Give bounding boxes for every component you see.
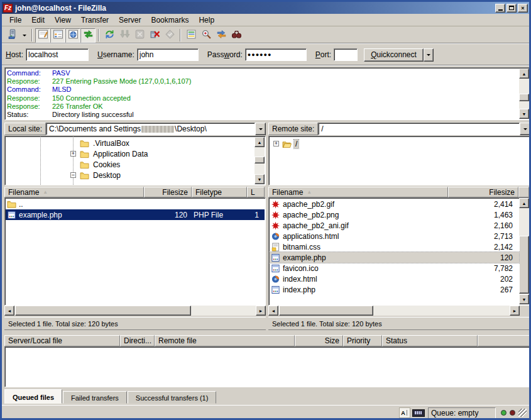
quickconnect-button[interactable]: Quickconnect: [364, 48, 424, 62]
scroll-up-icon[interactable]: ▲: [519, 69, 529, 79]
column-header-filesize[interactable]: Filesize: [448, 187, 518, 197]
tab-failed-transfers[interactable]: Failed transfers: [63, 391, 127, 404]
minimize-button[interactable]: [495, 4, 505, 13]
collapse-icon[interactable]: −: [70, 172, 76, 178]
message-log-scrollbar[interactable]: ▲ ▼: [519, 69, 529, 119]
file-row[interactable]: bitnami.css2,142: [270, 241, 519, 252]
directory-filters-button[interactable]: [183, 28, 199, 43]
menu-item-view[interactable]: View: [50, 14, 76, 26]
resize-grip[interactable]: [518, 409, 527, 417]
menu-item-help[interactable]: Help: [194, 14, 219, 26]
column-header-filesize[interactable]: Filesize: [144, 187, 192, 197]
tree-item[interactable]: Desktop: [80, 170, 122, 180]
column-header-filetype[interactable]: Filetype: [192, 187, 247, 197]
queue-column-serverlocalfile[interactable]: Server/Local file: [4, 335, 120, 346]
queue-column-remotefile[interactable]: Remote file: [155, 335, 295, 346]
remote-list-scrollbar[interactable]: ▲ ▼: [519, 198, 529, 304]
cancel-operation-button[interactable]: [132, 28, 147, 43]
menu-item-bookmarks[interactable]: Bookmarks: [146, 14, 194, 26]
log-line-text: Directory listing successful: [52, 111, 134, 118]
file-row[interactable]: apache_pb2_ani.gif2,160: [270, 220, 519, 231]
file-row[interactable]: favicon.ico7,782: [270, 263, 519, 274]
username-input[interactable]: [137, 48, 199, 61]
file-row[interactable]: applications.html2,713: [270, 231, 519, 241]
close-button[interactable]: ×: [518, 4, 528, 13]
tab-successful-transfers-1-[interactable]: Successful transfers (1): [128, 391, 217, 404]
queue-column-directi[interactable]: Directi...: [120, 335, 155, 346]
remote-file-list[interactable]: ▲ ▼ apache_pb2.gif2,414apache_pb2.png1,4…: [268, 197, 530, 306]
scroll-down-icon[interactable]: ▼: [255, 174, 265, 184]
process-queue-button[interactable]: [117, 28, 132, 43]
expand-icon[interactable]: +: [70, 151, 76, 157]
tree-item-label: Cookies: [92, 160, 121, 169]
transfer-queue-list[interactable]: [4, 346, 530, 387]
password-input[interactable]: [245, 48, 307, 61]
site-manager-button[interactable]: [4, 28, 19, 43]
scroll-up-icon[interactable]: ▲: [519, 198, 529, 208]
transfer-queue-toggle-icon: [83, 29, 94, 42]
local-file-list[interactable]: ..example.php120PHP File1: [4, 197, 266, 306]
remote-treeview-toggle-button[interactable]: [65, 28, 80, 43]
tree-item[interactable]: .VirtualBox: [80, 138, 131, 148]
remote-list-hscrollbar[interactable]: ◄ ►: [268, 306, 520, 316]
local-treeview-toggle-button[interactable]: [50, 28, 65, 43]
queue-column-priority[interactable]: Priority: [343, 335, 382, 346]
maximize-button[interactable]: [506, 4, 517, 13]
file-row[interactable]: ..: [6, 199, 265, 209]
menu-item-transfer[interactable]: Transfer: [76, 14, 114, 26]
queue-column-size[interactable]: Size: [295, 335, 343, 346]
remote-path-combo[interactable]: /: [318, 123, 520, 135]
file-row[interactable]: example.php120PHP File1: [6, 209, 265, 220]
column-header-filename[interactable]: Filename▲: [268, 187, 448, 197]
file-row[interactable]: apache_pb2.gif2,414: [270, 199, 519, 209]
site-manager-dropdown-button[interactable]: [19, 28, 29, 43]
tree-item[interactable]: Cookies: [80, 160, 121, 170]
remote-directory-tree[interactable]: +/: [268, 136, 530, 185]
host-input[interactable]: [26, 48, 89, 61]
file-row[interactable]: index.html202: [270, 274, 519, 284]
find-files-button[interactable]: [229, 28, 244, 43]
local-directory-tree[interactable]: ▲ ▼ .VirtualBox+Application DataCookies−…: [4, 136, 266, 185]
transfer-queue-toggle-button[interactable]: [80, 28, 96, 43]
menu-item-file[interactable]: File: [4, 14, 26, 26]
scroll-left-icon[interactable]: ◄: [268, 306, 278, 316]
column-header-l[interactable]: L: [247, 187, 265, 197]
remote-path-dropdown-button[interactable]: [520, 123, 530, 135]
scrollbar-thumb[interactable]: [255, 157, 265, 163]
column-header-filename[interactable]: Filename▲: [4, 187, 144, 197]
menu-item-edit[interactable]: Edit: [26, 14, 50, 26]
local-path-dropdown-button[interactable]: [255, 123, 266, 135]
queue-column-status[interactable]: Status: [382, 335, 478, 346]
directory-comparison-button[interactable]: [199, 28, 214, 43]
local-list-hscrollbar[interactable]: ◄ ►: [4, 306, 266, 316]
scrollbar-thumb[interactable]: [519, 94, 529, 101]
file-row[interactable]: example.php120: [270, 252, 519, 263]
local-tree-scrollbar[interactable]: ▲ ▼: [255, 137, 265, 184]
menu-item-server[interactable]: Server: [114, 14, 146, 26]
scroll-right-icon[interactable]: ►: [256, 306, 266, 316]
port-input[interactable]: [334, 48, 358, 61]
scroll-up-icon[interactable]: ▲: [255, 137, 265, 147]
message-log-toggle-button[interactable]: [35, 28, 50, 43]
scrollbar-thumb[interactable]: [519, 236, 529, 294]
filezilla-app-icon[interactable]: Fz: [3, 4, 13, 13]
quickconnect-dropdown-button[interactable]: [424, 48, 434, 62]
scrollbar-thumb[interactable]: [15, 306, 191, 316]
tree-item[interactable]: /: [282, 139, 298, 149]
file-row[interactable]: apache_pb2.png1,463: [270, 209, 519, 220]
scroll-down-icon[interactable]: ▼: [519, 109, 529, 119]
tree-item[interactable]: Application Data: [80, 149, 149, 159]
reconnect-button[interactable]: [162, 28, 177, 43]
synchronized-browsing-button[interactable]: [214, 28, 229, 43]
scrollbar-thumb[interactable]: [279, 306, 373, 316]
scroll-left-icon[interactable]: ◄: [4, 306, 14, 316]
local-path-combo[interactable]: C:\Documents and Settings\Desktop\: [46, 123, 255, 135]
scroll-right-icon[interactable]: ►: [510, 306, 520, 316]
tab-queued-files[interactable]: Queued files: [4, 389, 62, 404]
expand-icon[interactable]: +: [273, 141, 279, 146]
disconnect-button[interactable]: [147, 28, 162, 43]
scroll-down-icon[interactable]: ▼: [519, 294, 529, 304]
file-row[interactable]: index.php267: [270, 284, 519, 295]
refresh-button[interactable]: [102, 28, 117, 43]
title-bar[interactable]: Fz john@localhost - FileZilla ×: [2, 2, 529, 14]
